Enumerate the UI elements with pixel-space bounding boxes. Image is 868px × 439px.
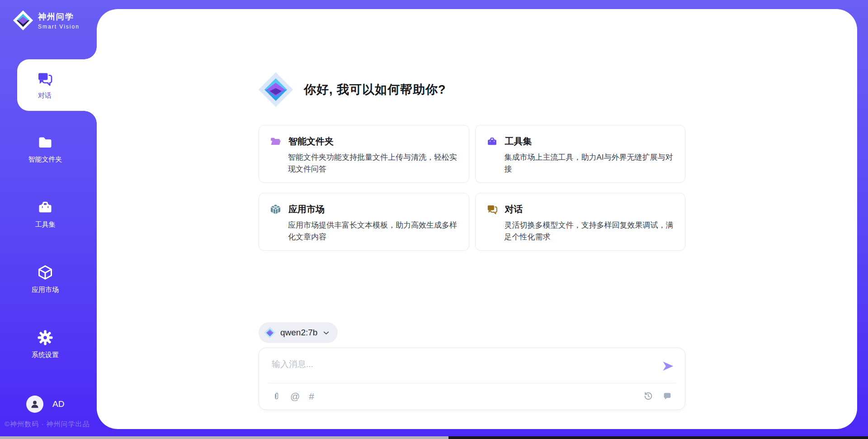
tab-fillet-top xyxy=(84,47,97,59)
sidebar-item-toolset[interactable]: 工具集 xyxy=(8,199,82,229)
sidebar-item-label: 智能文件夹 xyxy=(28,155,62,164)
card-description: 集成市场上主流工具，助力AI与外界无缝扩展与对接 xyxy=(505,152,675,175)
folder-icon xyxy=(37,134,53,150)
chat-bubble-icon xyxy=(662,391,672,401)
brand-logo: 神州问学 Smart Vision xyxy=(13,10,80,31)
user-account[interactable]: AD xyxy=(26,396,64,413)
history-button[interactable] xyxy=(643,391,653,401)
chat-bubbles-icon xyxy=(37,71,53,87)
brand-name: 神州问学 xyxy=(38,11,80,22)
hash-icon: # xyxy=(309,391,314,401)
toolbox-icon xyxy=(37,199,53,215)
history-icon xyxy=(643,391,653,401)
card-description: 应用市场提供丰富长文本模板，助力高效生成多样化文章内容 xyxy=(288,220,458,243)
scrollbar-thumb[interactable] xyxy=(0,436,448,439)
card-title: 应用市场 xyxy=(288,203,325,215)
card-app-market[interactable]: 应用市场 应用市场提供丰富长文本模板，助力高效生成多样化文章内容 xyxy=(259,193,469,251)
card-smart-folder[interactable]: 智能文件夹 智能文件夹功能支持批量文件上传与清洗，轻松实现文件问答 xyxy=(259,125,469,183)
greeting-text: 你好, 我可以如何帮助你? xyxy=(304,81,446,98)
send-button[interactable] xyxy=(661,360,674,372)
message-input[interactable] xyxy=(259,348,685,382)
greeting-row: 你好, 我可以如何帮助你? xyxy=(258,72,446,108)
cube-grid-icon xyxy=(270,204,281,215)
sidebar-item-label: 对话 xyxy=(38,91,52,100)
send-icon xyxy=(661,360,674,372)
horizontal-scrollbar[interactable] xyxy=(0,436,868,439)
copyright-text: ©神州数码 · 神州问学出品 xyxy=(5,420,90,429)
paperclip-icon xyxy=(272,391,281,401)
model-diamond-icon xyxy=(264,327,276,339)
message-composer: @ # xyxy=(259,348,685,410)
chat-bubbles-icon xyxy=(486,204,498,215)
sidebar-item-label: 工具集 xyxy=(35,220,56,229)
chevron-down-icon xyxy=(322,329,330,337)
model-selector[interactable]: qwen2:7b xyxy=(259,322,338,343)
person-icon xyxy=(29,399,40,410)
cube-icon xyxy=(37,264,53,281)
gear-icon xyxy=(37,329,53,346)
card-title: 对话 xyxy=(505,203,523,215)
sidebar-item-smart-folder[interactable]: 智能文件夹 xyxy=(8,134,82,164)
composer-toolbar: @ # xyxy=(272,382,672,410)
brand-subtitle: Smart Vision xyxy=(38,24,80,30)
model-selector-value: qwen2:7b xyxy=(280,328,317,338)
sidebar-item-settings[interactable]: 系统设置 xyxy=(8,329,82,359)
sidebar-item-app-market[interactable]: 应用市场 xyxy=(8,264,82,294)
tab-fillet-bottom xyxy=(84,111,97,124)
at-icon: @ xyxy=(290,391,300,401)
conversation-button[interactable] xyxy=(662,391,672,401)
avatar[interactable] xyxy=(26,396,43,413)
card-description: 智能文件夹功能支持批量文件上传与清洗，轻松实现文件问答 xyxy=(288,152,458,175)
folder-open-icon xyxy=(270,136,281,147)
sidebar-item-chat[interactable]: 对话 xyxy=(17,59,97,111)
mention-button[interactable]: @ xyxy=(290,391,300,401)
sidebar-item-label: 系统设置 xyxy=(32,351,59,359)
user-name: AD xyxy=(52,399,64,409)
toolbox-icon xyxy=(486,136,498,147)
attach-file-button[interactable] xyxy=(272,391,281,401)
topic-button[interactable]: # xyxy=(309,391,314,401)
feature-cards: 智能文件夹 智能文件夹功能支持批量文件上传与清洗，轻松实现文件问答 工具集 集成… xyxy=(259,125,685,251)
assistant-diamond-icon xyxy=(258,72,294,108)
card-chat[interactable]: 对话 灵活切换多模型文件，支持多样回复效果调试，满足个性化需求 xyxy=(475,193,686,251)
sidebar-item-label: 应用市场 xyxy=(32,286,59,294)
card-description: 灵活切换多模型文件，支持多样回复效果调试，满足个性化需求 xyxy=(505,220,675,243)
card-toolset[interactable]: 工具集 集成市场上主流工具，助力AI与外界无缝扩展与对接 xyxy=(475,125,686,183)
brand-diamond-icon xyxy=(13,10,33,31)
card-title: 工具集 xyxy=(505,135,532,148)
card-title: 智能文件夹 xyxy=(288,135,334,148)
